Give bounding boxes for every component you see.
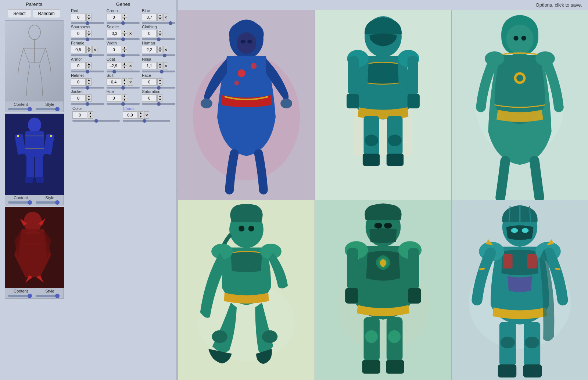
result-cell-3[interactable] [452,10,588,200]
gene-color-down[interactable]: ▼ [88,115,93,119]
gene-soldier-x[interactable]: ✕ [128,30,133,37]
gene-armor-slider[interactable] [71,71,104,72]
gene-helmet-slider[interactable] [71,87,104,89]
gene-armor-input[interactable] [71,62,86,69]
gene-coat-slider[interactable] [107,71,140,72]
gene-chaos-down[interactable]: ▼ [138,115,143,119]
gene-sharpness-input[interactable] [71,30,86,37]
gene-sharpness-up[interactable]: ▲ [86,30,92,33]
gene-female-x[interactable]: ✕ [92,46,97,53]
gene-saturation-slider[interactable] [142,103,175,105]
gene-blue-up[interactable]: ▲ [157,14,162,17]
gene-female-down[interactable]: ▼ [86,50,92,53]
gene-female-input[interactable] [71,46,86,53]
gene-ninja-slider[interactable] [142,71,175,72]
gene-ninja-up[interactable]: ▲ [157,62,162,66]
gene-ninja-x[interactable]: ✕ [163,62,168,69]
gene-soldier-slider[interactable] [107,38,140,40]
gene-blue-x[interactable]: ✕ [163,14,168,21]
gene-jacket-down[interactable]: ▼ [86,98,92,102]
gene-width-down[interactable]: ▼ [122,50,127,53]
result-cell-6[interactable] [452,200,588,380]
gene-saturation-up[interactable]: ▲ [157,94,162,98]
gene-color-input[interactable] [72,111,87,119]
gene-face-down[interactable]: ▼ [157,82,162,86]
gene-green-up[interactable]: ▲ [122,14,127,17]
gene-face-up[interactable]: ▲ [157,78,162,82]
gene-soldier-input[interactable] [107,30,121,37]
gene-coat-x[interactable]: ✕ [128,62,133,69]
gene-chaos-up[interactable]: ▲ [138,111,143,115]
result-cell-2[interactable] [315,10,451,200]
content-slider-3[interactable] [8,295,32,297]
gene-suit-slider[interactable] [107,87,140,89]
gene-clothing-up[interactable]: ▲ [157,30,162,33]
gene-suit-down[interactable]: ▼ [122,82,127,86]
gene-color-up[interactable]: ▲ [88,111,93,115]
gene-hue-slider[interactable] [107,103,140,105]
genes-scroll-area[interactable]: Red ▲ ▼ Green ▲ ▼ [68,8,178,379]
gene-ninja-down[interactable]: ▼ [157,66,162,69]
gene-hue-up[interactable]: ▲ [122,94,127,98]
gene-soldier-up[interactable]: ▲ [122,30,127,33]
gene-female-slider[interactable] [71,54,104,56]
parent-item-2[interactable]: Content Style [5,114,64,205]
gene-female-up[interactable]: ▲ [86,46,92,50]
gene-chaos-x[interactable]: ✕ [144,111,149,119]
gene-red-input[interactable] [71,14,86,21]
gene-red-up[interactable]: ▲ [86,14,92,17]
gene-saturation-down[interactable]: ▼ [157,98,162,102]
content-slider-2[interactable] [8,201,32,204]
random-button[interactable]: Random [33,9,60,18]
gene-blue-input[interactable] [142,14,157,21]
gene-human-slider[interactable] [142,54,175,56]
gene-green-slider[interactable] [107,22,140,24]
gene-suit-x[interactable]: ✕ [128,78,133,86]
style-slider-3[interactable] [36,295,60,297]
gene-red-down[interactable]: ▼ [86,17,92,21]
gene-clothing-input[interactable] [142,30,157,37]
parent-item-3[interactable]: Content Style [5,207,64,299]
gene-hue-down[interactable]: ▼ [122,98,127,102]
gene-jacket-input[interactable] [71,94,86,102]
gene-clothing-down[interactable]: ▼ [157,33,162,37]
gene-human-input[interactable] [142,46,157,53]
gene-green-down[interactable]: ▼ [122,17,127,21]
gene-armor-up[interactable]: ▲ [86,62,92,66]
gene-jacket-slider[interactable] [71,103,104,105]
gene-blue-down[interactable]: ▼ [157,17,162,21]
result-cell-4[interactable] [178,200,315,380]
gene-chaos-slider[interactable] [123,120,170,122]
gene-width-slider[interactable] [107,54,140,56]
gene-suit-up[interactable]: ▲ [122,78,127,82]
gene-soldier-down[interactable]: ▼ [122,33,127,37]
gene-clothing-slider[interactable] [142,38,175,40]
gene-helmet-up[interactable]: ▲ [86,78,92,82]
gene-human-down[interactable]: ▼ [157,50,162,53]
gene-human-x[interactable]: ✕ [163,46,168,53]
gene-chaos-input[interactable] [123,111,137,119]
gene-human-up[interactable]: ▲ [157,46,162,50]
gene-hue-input[interactable] [107,94,121,102]
gene-ninja-input[interactable] [142,62,157,69]
gene-face-input[interactable] [142,78,157,86]
gene-sharpness-down[interactable]: ▼ [86,33,92,37]
result-cell-1[interactable] [178,10,315,200]
gene-width-input[interactable] [107,46,121,53]
gene-helmet-input[interactable] [71,78,86,86]
gene-saturation-input[interactable] [142,94,157,102]
gene-coat-up[interactable]: ▲ [122,62,127,66]
gene-coat-down[interactable]: ▼ [122,66,127,69]
gene-width-up[interactable]: ▲ [122,46,127,50]
gene-sharpness-slider[interactable] [71,38,104,40]
gene-suit-input[interactable] [107,78,121,86]
style-slider-2[interactable] [36,201,60,204]
gene-green-input[interactable] [107,14,121,21]
gene-blue-slider[interactable] [142,22,175,24]
gene-armor-down[interactable]: ▼ [86,66,92,69]
result-cell-5[interactable] [315,200,451,380]
select-button[interactable]: Select [8,9,31,18]
content-slider-1[interactable] [8,108,32,110]
parent-item-1[interactable]: Content Style [5,20,64,112]
gene-red-slider[interactable] [71,22,104,24]
